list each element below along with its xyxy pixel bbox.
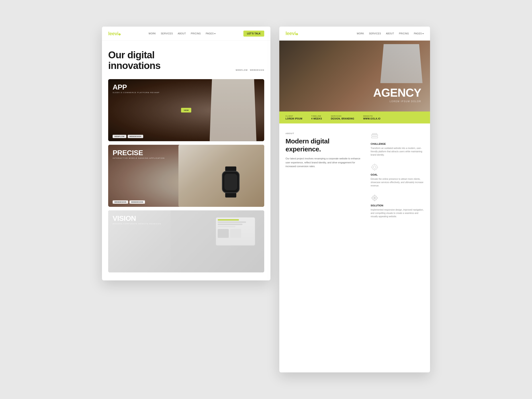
right-nav-about[interactable]: ABOUT xyxy=(386,32,394,35)
solution-item: SOLUTION Implemented responsive design, … xyxy=(371,194,424,218)
page-wrapper: leevi◆ WORK SERVICES ABOUT PRICING PAGES… xyxy=(84,13,448,386)
card-vision-title: VISION xyxy=(113,215,161,222)
svg-point-3 xyxy=(372,165,377,170)
card-vision-subtitle: MODERN CORPORATE WEBSITE REDESIGN xyxy=(113,223,161,225)
card-app-tags: WEBFLOW WEBDESIGN xyxy=(113,135,143,138)
agency-title-area: AGENCY LOREM IPSUM DOLOR xyxy=(373,86,421,103)
left-nav-links: WORK SERVICES ABOUT PRICING PAGES ▾ xyxy=(149,32,216,35)
meta-services: SERVICES DESIGN, BRANDING xyxy=(331,115,355,120)
right-nav: leevi◆ WORK SERVICES ABOUT PRICING PAGES… xyxy=(279,27,430,41)
nav-link-pages[interactable]: PAGES ▾ xyxy=(206,32,216,35)
goal-item: GOAL Elevate the online presence to attr… xyxy=(371,163,424,187)
challenge-label: CHALLENGE xyxy=(371,143,424,145)
svg-rect-2 xyxy=(372,133,377,134)
agency-hero: AGENCY LOREM IPSUM DOLOR xyxy=(279,41,430,112)
right-logo: leevi◆ xyxy=(285,31,298,36)
svg-rect-1 xyxy=(372,137,378,138)
challenge-text: Transform an outdated website into a mod… xyxy=(371,146,424,157)
card-precise-subtitle: INTERACTIVE MOBILE BANKING APPLICATION xyxy=(113,157,165,159)
project-card-app[interactable]: APP SLEEK E-COMMERCE PLATFORM REVAMP VIE… xyxy=(108,79,264,141)
about-text: Our latest project involves revamping a … xyxy=(285,157,364,168)
left-panel: leevi◆ WORK SERVICES ABOUT PRICING PAGES… xyxy=(102,27,270,280)
right-nav-services[interactable]: SERVICES xyxy=(369,32,381,35)
meta-services-label: SERVICES xyxy=(331,115,355,117)
nav-link-work[interactable]: WORK xyxy=(149,32,156,35)
hero-section: Our digital innovations WEBFLOW WEBDESIG… xyxy=(102,41,270,79)
goal-label: GOAL xyxy=(371,173,424,176)
card-vision-content: VISION MODERN CORPORATE WEBSITE REDESIGN xyxy=(113,215,161,225)
card-app-tag-0: WEBFLOW xyxy=(113,135,126,138)
agency-meta-bar: CLIENT LOREM IPSUM TIMELINE 4 WEEKS SERV… xyxy=(279,112,430,123)
agency-title: AGENCY xyxy=(373,86,421,99)
card-app-content: APP SLEEK E-COMMERCE PLATFORM REVAMP xyxy=(113,83,160,94)
about-right-sidebar: CHALLENGE Transform an outdated website … xyxy=(371,132,424,225)
card-precise-tags: WEBDESIGN WEBDESIGN xyxy=(113,200,145,204)
meta-client: CLIENT LOREM IPSUM xyxy=(285,115,302,120)
meta-timeline-value: 4 WEEKS xyxy=(311,117,322,120)
meta-website-label: WEBSITE xyxy=(363,115,380,117)
meta-services-value: DESIGN, BRANDING xyxy=(331,117,355,120)
card-app-view-btn[interactable]: VIEW xyxy=(181,108,191,112)
right-nav-pricing[interactable]: PRICING xyxy=(399,32,409,35)
about-left: ABOUT Modern digital experience. Our lat… xyxy=(285,132,364,225)
about-section: ABOUT Modern digital experience. Our lat… xyxy=(279,123,430,234)
meta-timeline: TIMELINE 4 WEEKS xyxy=(311,115,322,120)
nav-link-services[interactable]: SERVICES xyxy=(161,32,173,35)
challenge-item: CHALLENGE Transform an outdated website … xyxy=(371,132,424,157)
solution-text: Implemented responsive design, improved … xyxy=(371,208,424,218)
card-precise-tag-1: WEBDESIGN xyxy=(129,200,145,204)
right-nav-links: WORK SERVICES ABOUT PRICING PAGES ▾ xyxy=(357,32,424,35)
card-app-subtitle: SLEEK E-COMMERCE PLATFORM REVAMP xyxy=(113,92,160,94)
right-nav-work[interactable]: WORK xyxy=(357,32,364,35)
nav-cta-button[interactable]: LET'S TALK xyxy=(243,31,264,37)
card-app-title: APP xyxy=(113,83,160,91)
project-card-precise[interactable]: PRECISE INTERACTIVE MOBILE BANKING APPLI… xyxy=(108,145,264,207)
about-title: Modern digital experience. xyxy=(285,137,364,153)
diamond-icon xyxy=(371,194,379,202)
meta-website-value[interactable]: WWW.GOLA.IO xyxy=(363,117,380,120)
right-panel: leevi◆ WORK SERVICES ABOUT PRICING PAGES… xyxy=(279,27,430,372)
nav-link-about[interactable]: ABOUT xyxy=(178,32,186,35)
left-nav: leevi◆ WORK SERVICES ABOUT PRICING PAGES… xyxy=(102,27,270,41)
right-nav-pages[interactable]: PAGES ▾ xyxy=(414,32,424,35)
logo-dot: ◆ xyxy=(118,32,121,36)
agency-subtitle: LOREM IPSUM DOLOR xyxy=(373,100,421,103)
meta-website: WEBSITE WWW.GOLA.IO xyxy=(363,115,380,120)
layers-icon xyxy=(371,132,379,140)
meta-client-label: CLIENT xyxy=(285,115,302,117)
about-label: ABOUT xyxy=(285,132,364,134)
meta-client-value: LOREM IPSUM xyxy=(285,117,302,120)
svg-rect-0 xyxy=(372,134,378,136)
hero-title: Our digital innovations xyxy=(108,50,264,71)
goal-text: Elevate the online presence to attract m… xyxy=(371,177,424,187)
card-precise-title: PRECISE xyxy=(113,149,165,156)
card-precise-tag-0: WEBDESIGN xyxy=(113,200,128,204)
hero-tag-webdesign: WEBDESIGN xyxy=(250,69,264,71)
card-precise-content: PRECISE INTERACTIVE MOBILE BANKING APPLI… xyxy=(113,149,165,159)
hero-tag-webflow: WEBFLOW xyxy=(236,69,248,71)
card-app-tag-1: WEBDESIGN xyxy=(128,135,143,138)
meta-timeline-label: TIMELINE xyxy=(311,115,322,117)
solution-label: SOLUTION xyxy=(371,204,424,207)
nav-link-pricing[interactable]: PRICING xyxy=(191,32,201,35)
left-logo: leevi◆ xyxy=(108,31,121,37)
bottom-spacer xyxy=(102,276,270,280)
project-card-vision[interactable]: VISION MODERN CORPORATE WEBSITE REDESIGN xyxy=(108,210,264,272)
circle-icon xyxy=(371,163,379,171)
svg-point-4 xyxy=(373,166,376,168)
